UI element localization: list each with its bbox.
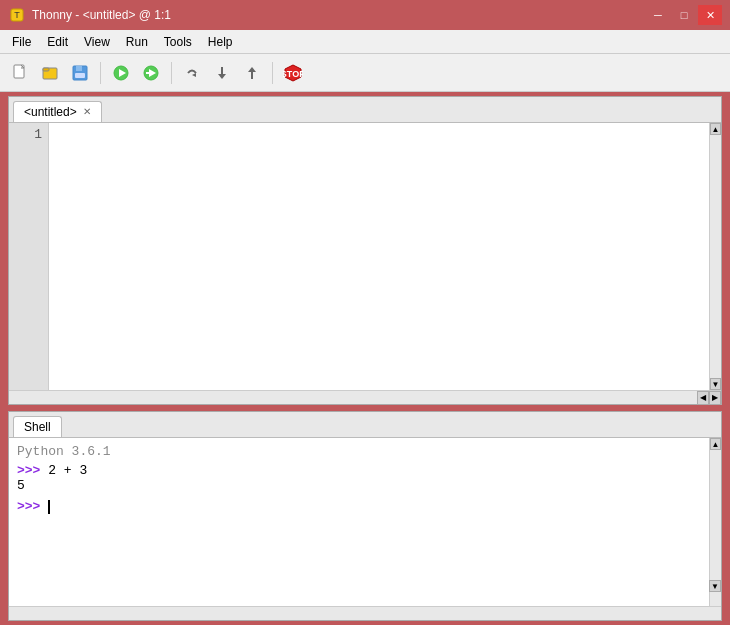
- maximize-button[interactable]: □: [672, 5, 696, 25]
- shell-cursor: [48, 500, 50, 514]
- svg-marker-13: [192, 73, 196, 77]
- shell-tab[interactable]: Shell: [13, 416, 62, 437]
- menu-view[interactable]: View: [76, 33, 118, 51]
- toolbar-sep3: [272, 62, 273, 84]
- editor-panel: <untitled> ✕ 1 ▲ ▼ ◀ ▶: [8, 96, 722, 405]
- shell-vscrollbar[interactable]: ▲ ▼: [709, 438, 721, 606]
- shell-version-line: Python 3.6.1: [17, 444, 701, 459]
- open-file-button[interactable]: [36, 59, 64, 87]
- shell-output-area[interactable]: Python 3.6.1 >>> 2 + 3 5 >>>: [9, 438, 709, 606]
- svg-rect-7: [75, 73, 85, 78]
- editor-vscrollbar[interactable]: ▲ ▼: [709, 123, 721, 390]
- menu-help[interactable]: Help: [200, 33, 241, 51]
- menu-bar: File Edit View Run Tools Help: [0, 30, 730, 54]
- svg-rect-6: [76, 66, 82, 71]
- debug-button[interactable]: [137, 59, 165, 87]
- editor-hscrollbar[interactable]: [9, 391, 697, 404]
- step-into-button[interactable]: [208, 59, 236, 87]
- toolbar: STOP: [0, 54, 730, 92]
- editor-tab-untitled[interactable]: <untitled> ✕: [13, 101, 102, 122]
- shell-command-1: 2 + 3: [48, 463, 87, 478]
- shell-line-1: >>> 2 + 3: [17, 463, 701, 478]
- shell-bottom: [9, 606, 721, 620]
- shell-tab-bar: Shell: [9, 412, 721, 438]
- close-button[interactable]: ✕: [698, 5, 722, 25]
- window-title: Thonny - <untitled> @ 1:1: [32, 8, 171, 22]
- shell-tab-label: Shell: [24, 420, 51, 434]
- shell-panel: Shell Python 3.6.1 >>> 2 + 3 5 >>> ▲ ▼: [8, 411, 722, 621]
- shell-scroll-up[interactable]: ▲: [710, 438, 721, 450]
- stop-button[interactable]: STOP: [279, 59, 307, 87]
- save-file-button[interactable]: [66, 59, 94, 87]
- editor-scroll-right[interactable]: ▶: [709, 391, 721, 405]
- editor-tab-label: <untitled>: [24, 105, 77, 119]
- editor-scroll-up[interactable]: ▲: [710, 123, 721, 135]
- menu-edit[interactable]: Edit: [39, 33, 76, 51]
- svg-text:T: T: [14, 10, 20, 20]
- menu-tools[interactable]: Tools: [156, 33, 200, 51]
- title-bar-controls: ─ □ ✕: [646, 5, 722, 25]
- editor-bottom: ◀ ▶: [9, 390, 721, 404]
- shell-result-1: 5: [17, 478, 701, 493]
- shell-prompt-2: >>>: [17, 499, 48, 514]
- svg-marker-15: [218, 74, 226, 79]
- minimize-button[interactable]: ─: [646, 5, 670, 25]
- app-icon: T: [8, 6, 26, 24]
- svg-marker-17: [248, 67, 256, 72]
- title-bar-left: T Thonny - <untitled> @ 1:1: [8, 6, 171, 24]
- new-file-button[interactable]: [6, 59, 34, 87]
- toolbar-sep1: [100, 62, 101, 84]
- menu-file[interactable]: File: [4, 33, 39, 51]
- editor-content: 1 ▲ ▼: [9, 123, 721, 390]
- svg-rect-4: [43, 68, 49, 71]
- line-number-1: 1: [15, 127, 42, 142]
- editor-scroll-left[interactable]: ◀: [697, 391, 709, 405]
- shell-line-2: >>>: [17, 499, 701, 514]
- svg-text:STOP: STOP: [283, 69, 303, 79]
- code-editor[interactable]: [49, 123, 709, 390]
- shell-prompt-1: >>>: [17, 463, 48, 478]
- editor-tab-bar: <untitled> ✕: [9, 97, 721, 123]
- shell-scroll-down[interactable]: ▼: [709, 580, 721, 592]
- step-out-button[interactable]: [238, 59, 266, 87]
- line-numbers: 1: [9, 123, 49, 390]
- main-area: <untitled> ✕ 1 ▲ ▼ ◀ ▶ Shell: [0, 92, 730, 625]
- shell-content: Python 3.6.1 >>> 2 + 3 5 >>> ▲ ▼: [9, 438, 721, 606]
- menu-run[interactable]: Run: [118, 33, 156, 51]
- title-bar: T Thonny - <untitled> @ 1:1 ─ □ ✕: [0, 0, 730, 30]
- toolbar-sep2: [171, 62, 172, 84]
- step-over-button[interactable]: [178, 59, 206, 87]
- editor-tab-close[interactable]: ✕: [83, 107, 91, 117]
- editor-scroll-down[interactable]: ▼: [710, 378, 721, 390]
- run-button[interactable]: [107, 59, 135, 87]
